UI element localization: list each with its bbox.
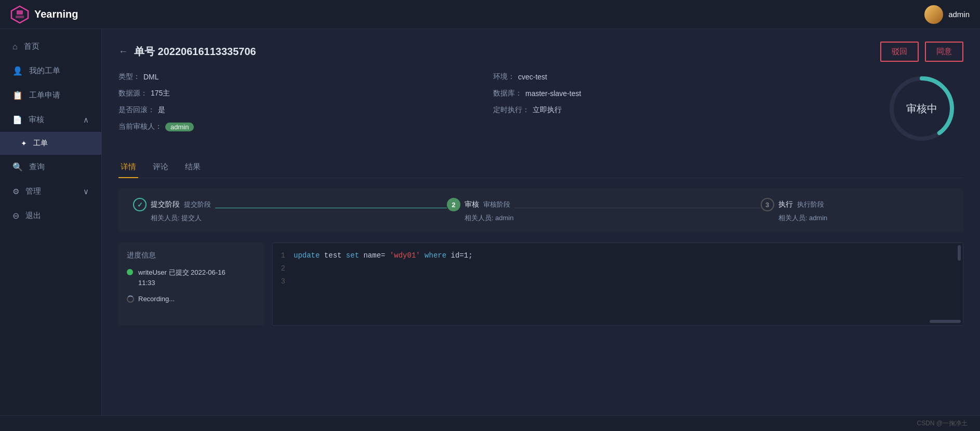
progress-submitted-text: writeUser 已提交 2022-06-1611:33 [138,267,226,288]
query-icon: 🔍 [12,162,23,172]
sidebar-apply-label: 工单申请 [29,90,60,100]
sidebar-manage-group[interactable]: ⚙ 管理 ∨ [0,179,101,204]
sidebar-manage-label: 管理 [25,186,41,196]
user-area: admin [924,5,970,24]
tab-comment[interactable]: 评论 [151,158,170,178]
svg-rect-1 [17,10,23,15]
line-num-1: 1 [273,249,294,262]
top-nav: Yearning admin [0,0,980,29]
step-execute-title: 执行 [778,200,793,209]
line-num-2: 2 [273,262,294,275]
info-status-row: 类型： DML 数据源： 175主 是否回滚： 是 当前审核人： [118,72,963,145]
info-schedule: 定时执行： 立即执行 [493,105,868,115]
header-buttons: 驳回 同意 [880,42,963,62]
logout-icon: ⊖ [12,211,19,221]
progress-dot-green [127,269,133,275]
code-scrollbar-v[interactable] [958,245,961,261]
info-right-col: 环境： cvec-test 数据库： master-slave-test 定时执… [493,72,868,131]
footer-text: CSDN @一掬净土 [917,420,968,427]
step-submit-circle: ✓ [133,198,147,211]
sidebar-audit-label: 审核 [29,115,44,125]
sidebar-item-home[interactable]: ⌂ 首页 [0,34,101,59]
sidebar-home-label: 首页 [24,42,39,51]
code-line-3: 3 [273,275,963,288]
step-execute: 3 执行 执行阶段 相关人员: admin [761,198,949,223]
step-execute-relation: 相关人员: admin [778,213,828,223]
recording-text: Recording... [138,294,175,304]
info-left-col: 类型： DML 数据源： 175主 是否回滚： 是 当前审核人： [118,72,493,131]
page-header: ← 单号 20220616113335706 驳回 同意 [118,42,963,62]
svg-rect-2 [16,16,24,18]
sidebar-item-logout[interactable]: ⊖ 退出 [0,204,101,228]
step-line-2 [514,208,761,208]
step-submit-subtitle: 提交阶段 [184,200,211,209]
status-circle: 审核中 [885,72,958,145]
chevron-up-icon: ∧ [83,115,89,125]
line-code-1: update test set name= 'wdy01' where id=1… [294,249,473,262]
home-icon: ⌂ [12,42,18,51]
step-submit-relation: 相关人员: 提交人 [151,213,202,223]
recording-spinner [127,295,134,303]
progress-panel-title: 进度信息 [127,251,256,260]
tab-detail[interactable]: 详情 [118,158,138,178]
info-rollback: 是否回滚： 是 [118,105,493,115]
status-circle-container: 审核中 [880,72,963,145]
info-env: 环境： cvec-test [493,72,868,82]
info-datasource: 数据源： 175主 [118,89,493,98]
bottom-panels: 进度信息 writeUser 已提交 2022-06-1611:33 Recor… [118,243,963,326]
progress-recording: Recording... [127,294,256,304]
main-layout: ⌂ 首页 👤 我的工单 📋 工单申请 📄 审核 ∧ ✦ 工单 🔍 查询 [0,29,980,415]
sidebar: ⌂ 首页 👤 我的工单 📋 工单申请 📄 审核 ∧ ✦ 工单 🔍 查询 [0,29,102,415]
reject-button[interactable]: 驳回 [880,42,919,62]
step-audit-relation: 相关人员: admin [465,213,514,223]
tickets-icon: ✦ [21,139,27,147]
audit-icon: 📄 [12,115,22,125]
info-database: 数据库： master-slave-test [493,89,868,98]
back-button[interactable]: ← [118,46,128,57]
steps-section: ✓ 提交阶段 提交阶段 相关人员: 提交人 2 审核 审核阶段 相关人员: ad… [118,188,963,232]
code-line-2: 2 [273,262,963,275]
apply-icon: 📋 [12,90,23,100]
chevron-down-icon: ∨ [83,187,89,196]
info-grid: 类型： DML 数据源： 175主 是否回滚： 是 当前审核人： [118,72,868,131]
footer-bar: CSDN @一掬净土 [0,415,980,431]
step-audit-circle: 2 [447,198,460,211]
sidebar-item-apply[interactable]: 📋 工单申请 [0,83,101,107]
step-submit: ✓ 提交阶段 提交阶段 相关人员: 提交人 [133,198,447,223]
manage-icon: ⚙ [12,187,19,196]
sidebar-tickets-label: 工单 [33,139,48,148]
sidebar-item-query[interactable]: 🔍 查询 [0,155,101,179]
reviewer-badge: admin [165,123,194,131]
user-avatar [924,5,943,24]
step-audit: 2 审核 审核阶段 相关人员: admin [447,198,761,223]
progress-panel: 进度信息 writeUser 已提交 2022-06-1611:33 Recor… [118,243,264,326]
code-line-1: 1 update test set name= 'wdy01' where id… [273,249,963,262]
approve-button[interactable]: 同意 [925,42,963,62]
user-name: admin [948,10,970,19]
logo-area: Yearning [10,5,78,24]
page-title: 单号 20220616113335706 [134,45,256,59]
step-execute-circle: 3 [761,198,774,211]
code-panel: 1 update test set name= 'wdy01' where id… [272,243,963,326]
step-line-1 [215,208,447,208]
tabs-bar: 详情 评论 结果 [118,157,963,178]
sidebar-audit-group[interactable]: 📄 审核 ∧ [0,107,101,132]
tab-result[interactable]: 结果 [183,158,203,178]
info-reviewer: 当前审核人： admin [118,122,493,131]
code-scrollbar-h[interactable] [930,320,961,323]
sidebar-item-my-tickets[interactable]: 👤 我的工单 [0,59,101,83]
content: ← 单号 20220616113335706 驳回 同意 类型： DML [102,29,980,415]
status-text: 审核中 [906,102,937,116]
info-columns: 类型： DML 数据源： 175主 是否回滚： 是 当前审核人： [118,72,868,145]
sidebar-logout-label: 退出 [25,211,41,221]
sidebar-query-label: 查询 [29,162,45,172]
app-title: Yearning [34,8,78,20]
line-num-3: 3 [273,275,294,288]
logo-icon [10,5,29,24]
sidebar-item-audit-tickets[interactable]: ✦ 工单 [0,132,101,155]
step-execute-subtitle: 执行阶段 [797,200,824,209]
step-audit-title: 审核 [465,200,479,209]
progress-item-submitted: writeUser 已提交 2022-06-1611:33 [127,267,256,288]
sidebar-my-tickets-label: 我的工单 [29,66,60,76]
info-type: 类型： DML [118,72,493,82]
